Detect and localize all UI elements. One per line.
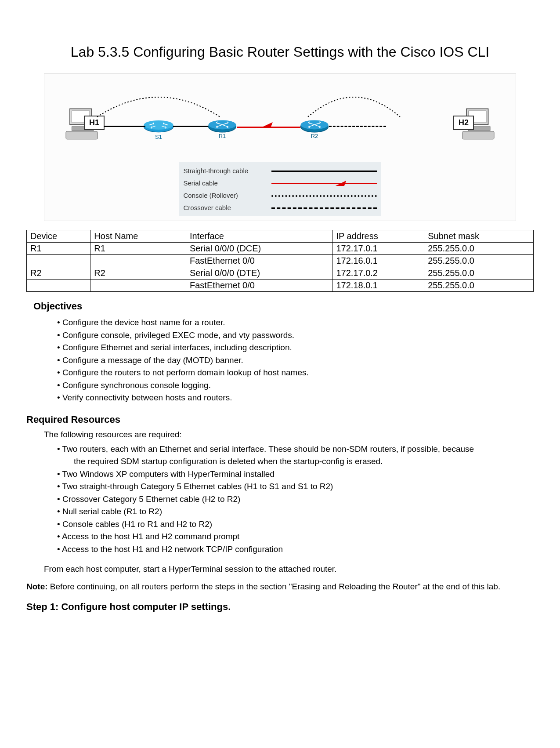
cell [90,280,186,292]
step1-heading: Step 1: Configure host computer IP setti… [26,601,534,613]
note-text: Note: Before continuing, on all routers … [26,582,534,592]
legend-straight-line-icon [271,171,377,172]
cell [90,255,186,267]
cell: FastEthernet 0/0 [186,255,332,267]
legend-serial-label: Serial cable [184,179,271,187]
th-interface: Interface [186,230,332,243]
legend-row: Crossover cable [184,201,377,214]
resources-list: Two routers, each with an Ethernet and s… [57,443,534,556]
cell: 172.17.0.2 [332,267,424,280]
list-item: Console cables (H1 ro R1 and H2 to R2) [57,518,534,531]
cable-console-h1-r1 [93,86,224,121]
label-h2: H2 [453,116,474,130]
legend-row: Serial cable [184,177,377,189]
cell: 172.17.0.1 [332,243,424,255]
resources-heading: Required Resources [26,414,534,425]
list-item: Configure the routers to not perform dom… [57,367,534,379]
hyperterminal-text: From each host computer, start a HyperTe… [44,564,534,574]
list-item: Access to the host H1 and H2 command pro… [57,530,534,543]
cell: R1 [90,243,186,255]
addressing-table: Device Host Name Interface IP address Su… [26,230,534,292]
list-item: Crossover Category 5 Ethernet cable (H2 … [57,493,534,506]
cable-h1-s1 [104,126,145,127]
legend-row: Straight-through cable [184,164,377,177]
legend-serial-line-icon [271,183,377,184]
list-item: Configure console, privileged EXEC mode,… [57,329,534,342]
table-header-row: Device Host Name Interface IP address Su… [27,230,534,243]
page-title: Lab 5.3.5 Configuring Basic Router Setti… [26,44,534,60]
cell: Serial 0/0/0 (DCE) [186,243,332,255]
cable-console-h2-r2 [303,86,405,121]
legend-console-label: Console (Rollover) [184,192,271,199]
cable-r2-h2 [329,126,386,127]
cell: 172.16.0.1 [332,255,424,267]
list-item: Configure Ethernet and serial interfaces… [57,341,534,354]
svg-point-9 [144,120,173,130]
th-device: Device [27,230,90,243]
table-row: FastEthernet 0/0 172.18.0.1 255.255.0.0 [27,280,534,292]
cell: 255.255.0.0 [424,267,534,280]
topology-diagram: H1 H2 S1 [44,73,516,221]
resources-intro: The following resources are required: [44,430,534,439]
list-item: Configure synchronous console logging. [57,379,534,392]
list-item: Two straight-through Category 5 Ethernet… [57,480,534,493]
cell: 255.255.0.0 [424,243,534,255]
cell: R2 [90,267,186,280]
objectives-heading: Objectives [33,301,534,312]
th-hostname: Host Name [90,230,186,243]
cell [27,280,90,292]
svg-rect-7 [462,131,494,139]
cell: R1 [27,243,90,255]
cell: Serial 0/0/0 (DTE) [186,267,332,280]
th-mask: Subnet mask [424,230,534,243]
list-item: Two Windows XP computers with HyperTermi… [57,468,534,481]
list-item: Configure the device host name for a rou… [57,316,534,329]
cell: 255.255.0.0 [424,280,534,292]
table-row: FastEthernet 0/0 172.16.0.1 255.255.0.0 [27,255,534,267]
legend-console-line-icon [271,195,377,197]
cell: FastEthernet 0/0 [186,280,332,292]
list-item: Configure a message of the day (MOTD) ba… [57,354,534,367]
table-row: R2 R2 Serial 0/0/0 (DTE) 172.17.0.2 255.… [27,267,534,280]
list-item: Two routers, each with an Ethernet and s… [57,443,534,468]
th-ip: IP address [332,230,424,243]
cell [27,255,90,267]
svg-rect-3 [66,131,98,139]
serial-zig-icon [263,122,273,127]
legend-crossover-label: Crossover cable [184,204,271,211]
cell: R2 [27,267,90,280]
cable-legend: Straight-through cable Serial cable Cons… [179,162,381,216]
list-item: Access to the host H1 and H2 network TCP… [57,543,534,556]
list-item: Null serial cable (R1 to R2) [57,505,534,518]
cable-s1-r1 [173,126,208,127]
cable-r1-r2-serial [237,127,300,128]
table-row: R1 R1 Serial 0/0/0 (DCE) 172.17.0.1 255.… [27,243,534,255]
objectives-list: Configure the device host name for a rou… [57,316,534,404]
legend-row: Console (Rollover) [184,189,377,201]
cell: 172.18.0.1 [332,280,424,292]
cell: 255.255.0.0 [424,255,534,267]
legend-straight-label: Straight-through cable [184,167,271,174]
legend-crossover-line-icon [271,207,377,209]
list-item: Verify connectivity between hosts and ro… [57,392,534,404]
